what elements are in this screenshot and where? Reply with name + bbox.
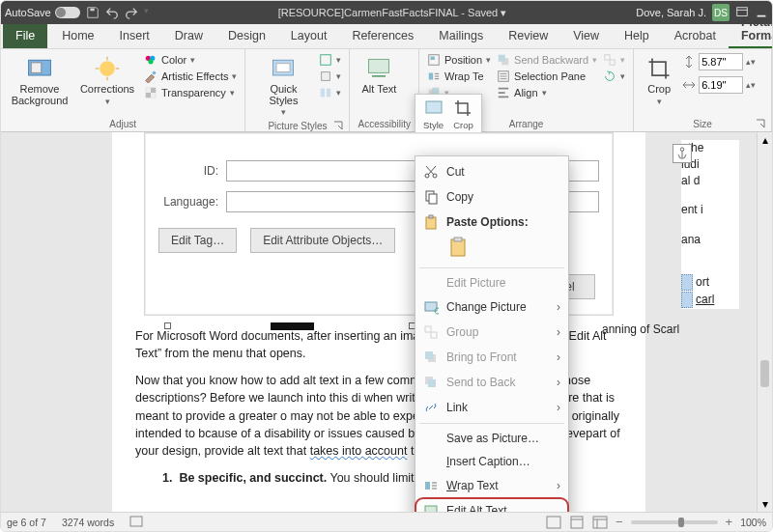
group-objects-button: ▾	[603, 53, 625, 67]
menu-save-as-picture[interactable]: Save as Picture…	[415, 427, 568, 450]
edit-attribute-objects-button[interactable]: Edit Attribute Objects…	[250, 228, 395, 253]
zoom-slider[interactable]	[631, 520, 718, 524]
focus-view-icon[interactable]	[546, 516, 561, 529]
picture-border-button[interactable]: ▾	[319, 53, 341, 67]
edit-tag-button[interactable]: Edit Tag…	[158, 228, 237, 253]
menu-wrap-text[interactable]: Wrap Text	[415, 473, 568, 498]
autosave-toggle[interactable]: AutoSave	[5, 7, 80, 18]
svg-rect-19	[322, 72, 330, 81]
artistic-effects-button[interactable]: Artistic Effects ▾	[144, 70, 237, 83]
corrections-button[interactable]: Corrections▾	[76, 53, 138, 108]
remove-background-button[interactable]: Remove Background	[9, 53, 71, 108]
quick-styles-label: Quick Styles	[257, 84, 309, 106]
title-bar: AutoSave ▾ [RESOURCE]CarmenFastFactsFINA…	[1, 1, 772, 24]
cut-icon	[423, 164, 439, 180]
tab-mailings[interactable]: Mailings	[426, 24, 496, 48]
tab-draw[interactable]: Draw	[162, 24, 215, 48]
undo-icon[interactable]	[105, 6, 119, 19]
zoom-in-icon[interactable]: +	[726, 515, 733, 529]
toggle-switch[interactable]	[55, 7, 80, 18]
print-layout-icon[interactable]	[569, 516, 585, 529]
group-adjust: Remove Background Corrections▾ Color ▾ A…	[1, 49, 245, 131]
anchor-icon[interactable]	[673, 144, 692, 163]
mini-toolbar[interactable]: Style Crop	[415, 94, 482, 133]
tab-design[interactable]: Design	[215, 24, 278, 48]
tab-home[interactable]: Home	[49, 24, 106, 48]
context-menu[interactable]: Cut Copy Paste Options: Edit Picture Cha…	[415, 155, 569, 532]
group-label-size: Size	[642, 118, 763, 129]
scroll-thumb[interactable]	[760, 360, 769, 387]
tab-review[interactable]: Review	[496, 24, 560, 48]
height-icon	[682, 55, 696, 69]
zoom-percent[interactable]: 100%	[740, 517, 766, 528]
color-button[interactable]: Color ▾	[144, 53, 237, 67]
transparency-button[interactable]: Transparency ▾	[144, 86, 237, 99]
svg-rect-29	[499, 55, 505, 62]
picture-layout-button[interactable]: ▾	[319, 86, 341, 99]
tab-view[interactable]: View	[560, 24, 612, 48]
corrections-label: Corrections	[80, 84, 134, 96]
rotate-button[interactable]: ▾	[603, 70, 625, 83]
paste-keep-source-icon[interactable]	[448, 237, 470, 258]
picture-effects-button[interactable]: ▾	[319, 70, 341, 83]
picture-selection-handles[interactable]	[168, 320, 412, 333]
crop-button[interactable]: Crop ▾	[642, 53, 676, 108]
style-icon	[424, 98, 444, 118]
dialog-launcher-icon[interactable]	[333, 121, 343, 130]
tab-layout[interactable]: Layout	[278, 24, 340, 48]
wrap-text-button[interactable]: Wrap Text	[427, 70, 491, 83]
quick-styles-button[interactable]: Quick Styles ▾	[253, 53, 313, 120]
wrap-text-icon	[427, 70, 441, 83]
height-field[interactable]: ▴▾	[682, 53, 756, 70]
dialog-launcher-icon[interactable]	[756, 119, 765, 128]
copy-icon	[423, 189, 439, 205]
word-count[interactable]: 3274 words	[62, 517, 114, 528]
tab-picture-format[interactable]: Picture Format	[729, 11, 773, 48]
menu-group: Group	[415, 320, 568, 345]
page-indicator[interactable]: ge 6 of 7	[7, 517, 46, 528]
position-icon	[427, 53, 441, 67]
web-layout-icon[interactable]	[592, 516, 608, 529]
height-input[interactable]	[699, 53, 743, 70]
tab-acrobat[interactable]: Acrobat	[662, 24, 729, 48]
menu-cut[interactable]: Cut	[415, 159, 568, 184]
save-icon[interactable]	[86, 6, 100, 19]
user-avatar: DS	[712, 4, 730, 21]
color-icon	[144, 53, 157, 67]
right-cutoff-text: othe ludi al d ent i ana ort carl anning…	[681, 140, 739, 309]
link-icon	[423, 400, 439, 415]
position-button[interactable]: Position ▾	[427, 53, 491, 67]
mini-style-button[interactable]: Style	[423, 98, 444, 130]
zoom-out-icon[interactable]: −	[616, 515, 623, 529]
selection-pane-button[interactable]: Selection Pane	[497, 70, 597, 83]
menu-link[interactable]: Link	[415, 395, 568, 420]
qat-dropdown-icon[interactable]: ▾	[144, 6, 149, 19]
scroll-down-icon[interactable]: ▾	[758, 496, 772, 512]
vertical-scrollbar[interactable]: ▴ ▾	[757, 132, 772, 512]
menu-copy[interactable]: Copy	[415, 184, 568, 210]
align-button[interactable]: Align ▾	[497, 86, 597, 99]
alt-text-button[interactable]: Alt Text	[358, 53, 400, 98]
svg-rect-32	[610, 60, 615, 65]
color-label: Color	[161, 54, 186, 66]
tab-references[interactable]: References	[339, 24, 426, 48]
crop-icon	[645, 55, 673, 82]
menu-change-picture[interactable]: Change Picture	[415, 294, 568, 320]
svg-rect-14	[146, 88, 151, 93]
rotate-icon	[603, 70, 616, 83]
tab-insert[interactable]: Insert	[107, 24, 162, 48]
user-account[interactable]: Dove, Sarah J. DS	[636, 4, 730, 21]
redo-icon[interactable]	[125, 6, 138, 19]
mini-crop-button[interactable]: Crop	[453, 98, 473, 130]
width-input[interactable]	[699, 76, 743, 94]
tab-help[interactable]: Help	[612, 24, 662, 48]
spell-check-icon[interactable]	[129, 516, 143, 529]
document-title[interactable]: [RESOURCE]CarmenFastFactsFINAL - Saved ▾	[155, 7, 631, 19]
resize-handle-left[interactable]	[164, 322, 171, 329]
menu-insert-caption[interactable]: IInsert Caption…nsert Caption…	[415, 450, 568, 473]
send-back-icon	[423, 375, 439, 390]
width-field[interactable]: ▴▾	[682, 76, 756, 94]
tab-file[interactable]: File	[3, 24, 47, 48]
scroll-up-icon[interactable]: ▴	[758, 132, 772, 148]
transparency-icon	[144, 86, 157, 99]
